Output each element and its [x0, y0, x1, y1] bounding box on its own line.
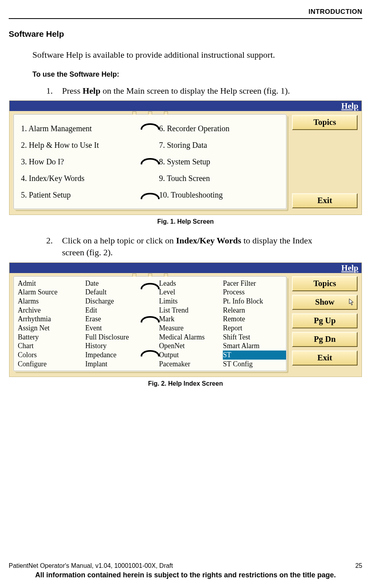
help-topic-item[interactable]: 5. Patient Setup	[21, 187, 143, 203]
intro-paragraph: Software Help is available to provide ad…	[32, 49, 341, 61]
index-keyword[interactable]: Pacer Filter	[223, 279, 286, 288]
index-keyword[interactable]: Measure	[159, 324, 222, 333]
help-window-title: Help	[9, 101, 362, 111]
index-keyword[interactable]: Battery	[18, 333, 85, 342]
index-keyword[interactable]: History	[85, 341, 152, 351]
help-topic-item[interactable]: 1. Alarm Management	[21, 120, 143, 137]
help-notebook: 1. Alarm Management2. Help & How to Use …	[13, 114, 286, 209]
help-topic-item[interactable]: 9. Touch Screen	[159, 170, 282, 187]
step-text-part: Click on a help topic or click on	[62, 236, 176, 245]
step-text-bold: Help	[83, 86, 100, 96]
figure-1-caption: Fig. 1. Help Screen	[9, 218, 362, 225]
step-2: 2. Click on a help topic or click on Ind…	[46, 235, 335, 258]
help-index-notebook: AdmitAlarm SourceAlarmsArchiveArrhythmia…	[13, 276, 286, 371]
index-keyword[interactable]: ST Config	[223, 360, 286, 369]
index-keyword[interactable]: List Trend	[159, 306, 222, 315]
page-down-button[interactable]: Pg Dn	[292, 332, 358, 347]
header-rule	[9, 18, 362, 19]
exit-button[interactable]: Exit	[292, 193, 358, 208]
help-topic-item[interactable]: 2. Help & How to Use It	[21, 137, 143, 153]
help-topic-item[interactable]: 6. Recorder Operation	[159, 120, 282, 137]
index-keyword[interactable]: Pacemaker	[159, 360, 222, 369]
index-keyword[interactable]: Remote	[223, 315, 286, 324]
index-column: LeadsLevelLimitsList TrendMarkMeasureMed…	[159, 279, 222, 369]
index-keyword[interactable]: Discharge	[85, 297, 152, 306]
help-screen-figure: Help 1. Alarm Management2. Help & How to…	[9, 100, 362, 215]
help-topic-item[interactable]: 4. Index/Key Words	[21, 170, 143, 187]
step-text-part: on the Main screen to display the Help s…	[100, 86, 290, 96]
index-keyword[interactable]: Colors	[18, 351, 85, 360]
help-window-title: Help	[9, 263, 362, 273]
help-topic-item[interactable]: 10. Troubleshooting	[159, 187, 282, 203]
topics-button[interactable]: Topics	[292, 115, 358, 130]
step-text-part: Press	[62, 86, 83, 96]
index-keyword[interactable]: Default	[85, 288, 152, 297]
section-heading: Software Help	[9, 29, 362, 39]
show-button[interactable]: Show	[292, 295, 358, 310]
index-keyword[interactable]: Full Disclosure	[85, 333, 152, 342]
index-keyword[interactable]: ST	[223, 351, 286, 360]
notebook-tabs-icon	[132, 111, 168, 115]
step-text: Click on a help topic or click on Index/…	[62, 235, 335, 258]
index-keyword[interactable]: Implant	[85, 360, 152, 369]
help-topic-list-left: 1. Alarm Management2. Help & How to Use …	[14, 115, 148, 209]
procedure-heading: To use the Software Help:	[32, 70, 362, 79]
index-keyword[interactable]: Mark	[159, 315, 222, 324]
index-keyword[interactable]: Pt. Info Block	[223, 297, 286, 306]
page-footer: PatientNet Operator's Manual, v1.04, 100…	[9, 562, 362, 579]
index-keyword[interactable]: OpenNet	[159, 341, 222, 351]
index-keyword[interactable]: Shift Test	[223, 333, 286, 342]
topics-button[interactable]: Topics	[292, 276, 358, 291]
index-keyword[interactable]: Relearn	[223, 306, 286, 315]
index-keyword[interactable]: Arrhythmia	[18, 315, 85, 324]
index-keyword[interactable]: Output	[159, 351, 222, 360]
help-topic-item[interactable]: 3. How Do I?	[21, 153, 143, 170]
step-text: Press Help on the Main screen to display…	[62, 85, 335, 97]
figure-2-caption: Fig. 2. Help Index Screen	[9, 380, 362, 387]
index-column: AdmitAlarm SourceAlarmsArchiveArrhythmia…	[18, 279, 85, 369]
index-keyword[interactable]: Level	[159, 288, 222, 297]
index-keyword[interactable]: Alarm Source	[18, 288, 85, 297]
index-keyword[interactable]: Configure	[18, 360, 85, 369]
page-up-button[interactable]: Pg Up	[292, 313, 358, 328]
show-button-label: Show	[315, 297, 334, 307]
help-topic-list-right: 6. Recorder Operation7. Storing Data8. S…	[148, 115, 286, 209]
step-number: 1.	[46, 85, 62, 97]
help-topic-item[interactable]: 7. Storing Data	[159, 137, 282, 153]
page-number: 25	[355, 562, 362, 569]
index-keyword[interactable]: Limits	[159, 297, 222, 306]
step-text-bold: Index/Key Words	[176, 236, 241, 245]
step-1: 1. Press Help on the Main screen to disp…	[46, 85, 335, 97]
index-column: Pacer FilterProcessPt. Info BlockRelearn…	[223, 279, 286, 369]
index-keyword[interactable]: Alarms	[18, 297, 85, 306]
index-keyword[interactable]: Process	[223, 288, 286, 297]
help-index-figure: Help AdmitAlarm SourceAlarmsArchiveArrhy…	[9, 262, 362, 377]
index-keyword[interactable]: Assign Net	[18, 324, 85, 333]
page-section-header: INTRODUCTION	[9, 8, 362, 16]
index-keyword[interactable]: Admit	[18, 279, 85, 288]
footer-doc-info: PatientNet Operator's Manual, v1.04, 100…	[9, 562, 173, 569]
index-keyword[interactable]: Edit	[85, 306, 152, 315]
step-number: 2.	[46, 235, 62, 258]
index-keyword[interactable]: Chart	[18, 341, 85, 351]
index-keyword[interactable]: Leads	[159, 279, 222, 288]
index-keyword[interactable]: Medical Alarms	[159, 333, 222, 342]
help-topic-item[interactable]: 8. System Setup	[159, 153, 282, 170]
notebook-tabs-icon	[132, 273, 168, 277]
index-keyword[interactable]: Archive	[18, 306, 85, 315]
index-keyword[interactable]: Event	[85, 324, 152, 333]
mouse-cursor-icon	[349, 298, 354, 305]
exit-button[interactable]: Exit	[292, 351, 358, 366]
footer-disclaimer: All information contained herein is subj…	[9, 571, 362, 579]
index-keyword[interactable]: Smart Alarm	[223, 341, 286, 351]
index-keyword[interactable]: Report	[223, 324, 286, 333]
